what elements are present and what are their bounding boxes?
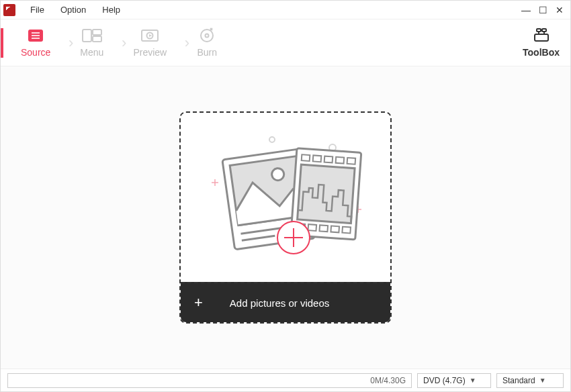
menu-file[interactable]: File — [22, 5, 52, 15]
burn-icon — [196, 28, 218, 43]
add-media-label: Add pictures or videos — [230, 297, 329, 309]
toolbox-button[interactable]: ToolBox — [523, 28, 560, 58]
svg-rect-4 — [83, 30, 91, 42]
main-area: + Add pictures or videos — [1, 66, 570, 369]
menu-help[interactable]: Help — [94, 5, 128, 15]
plus-icon: + — [194, 294, 203, 311]
disc-type-value: DVD (4.7G) — [423, 376, 466, 385]
toolbox-label: ToolBox — [523, 47, 560, 58]
add-media-bar: + Add pictures or videos — [181, 282, 390, 322]
svg-marker-9 — [149, 34, 152, 37]
svg-rect-14 — [535, 34, 548, 41]
svg-rect-17 — [537, 29, 541, 32]
maximize-icon[interactable]: ☐ — [539, 5, 547, 15]
chevron-down-icon: ▼ — [539, 377, 546, 384]
step-burn[interactable]: Burn — [181, 28, 232, 58]
disc-type-dropdown[interactable]: DVD (4.7G) ▼ — [417, 373, 491, 388]
preview-icon — [139, 28, 161, 43]
svg-point-10 — [201, 30, 213, 42]
close-icon[interactable]: ✕ — [556, 5, 564, 15]
svg-point-23 — [269, 137, 275, 142]
illustration-icon — [181, 113, 390, 282]
window-controls: — ☐ ✕ — [521, 5, 568, 15]
chevron-down-icon: ▼ — [470, 377, 476, 384]
svg-rect-5 — [93, 30, 101, 35]
status-bar: 0M/4.30G DVD (4.7G) ▼ Standard ▼ — [1, 369, 570, 391]
window: File Option Help — ☐ ✕ Source › Menu › — [0, 0, 571, 392]
svg-rect-18 — [542, 29, 546, 32]
step-burn-label: Burn — [197, 47, 217, 58]
step-preview[interactable]: Preview › — [118, 28, 181, 58]
capacity-text: 0M/4.30G — [370, 376, 406, 385]
quality-dropdown[interactable]: Standard ▼ — [496, 373, 564, 388]
step-source-label: Source — [21, 47, 50, 58]
svg-point-11 — [206, 34, 209, 37]
source-icon — [25, 28, 46, 43]
toolbox-icon — [532, 28, 551, 44]
add-media-dropzone[interactable]: + Add pictures or videos — [179, 111, 392, 324]
svg-rect-41 — [298, 164, 355, 223]
step-source[interactable]: Source › — [6, 28, 65, 58]
svg-rect-6 — [93, 36, 101, 42]
capacity-readout: 0M/4.30G — [7, 373, 412, 388]
app-icon — [3, 4, 15, 16]
step-bar: Source › Menu › Preview › Burn — [1, 19, 570, 66]
menubar: File Option Help — ☐ ✕ — [1, 1, 570, 19]
minimize-icon[interactable]: — — [521, 5, 531, 15]
menu-icon — [81, 28, 103, 43]
menu-option[interactable]: Option — [52, 5, 94, 15]
step-preview-label: Preview — [133, 47, 167, 58]
step-menu-label: Menu — [80, 47, 103, 58]
quality-value: Standard — [502, 376, 535, 385]
svg-point-27 — [271, 168, 285, 181]
step-menu[interactable]: Menu › — [65, 28, 118, 58]
